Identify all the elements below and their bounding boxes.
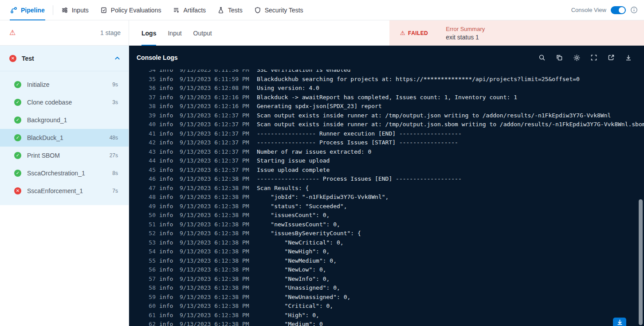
log-timestamp: 9/13/2023 6:12:38 PM [180, 283, 251, 293]
tab-artifacts[interactable]: Artifacts [167, 0, 212, 20]
log-timestamp: 9/13/2023 6:12:37 PM [180, 111, 251, 120]
log-message: "issuesBySeverityCount": { [257, 229, 361, 238]
stage-status-icon [9, 55, 16, 62]
console: Console Logs [129, 46, 644, 326]
step-row[interactable]: Background_1 [0, 111, 129, 129]
log-level: info [159, 193, 173, 202]
tab-pipeline-label: Pipeline [21, 7, 45, 14]
scroll-to-bottom-button[interactable] [613, 318, 626, 326]
log-timestamp: 9/13/2023 6:12:38 PM [180, 265, 251, 275]
log-line: 45 info 9/13/2023 6:12:37 PM Issue uploa… [147, 166, 644, 175]
log-line: 43 info 9/13/2023 6:12:37 PM Number of r… [147, 147, 644, 157]
log-line: 40 info 9/13/2023 6:12:37 PM Scan output… [147, 120, 644, 129]
tab-policy-evaluations[interactable]: Policy Evaluations [94, 0, 167, 20]
step-name: Initialize [27, 81, 50, 88]
log-line: 53 info 9/13/2023 6:12:38 PM "NewCritica… [147, 238, 644, 248]
log-line-number: 47 [147, 184, 156, 193]
fullscreen-icon[interactable] [590, 54, 598, 62]
step-row[interactable]: SscaEnforcement_1 7s [0, 182, 129, 200]
log-timestamp: 9/13/2023 6:12:37 PM [180, 120, 251, 129]
log-timestamp: 9/13/2023 6:12:38 PM [180, 184, 251, 193]
step-name: SscaEnforcement_1 [27, 187, 83, 194]
download-icon[interactable] [624, 54, 632, 62]
log-line: 48 info 9/13/2023 6:12:38 PM "jobId": "-… [147, 193, 644, 202]
log-line: 51 info 9/13/2023 6:12:38 PM "newIssuesC… [147, 220, 644, 229]
tab-security-tests-label: Security Tests [265, 7, 303, 14]
log-line-number: 61 [147, 311, 156, 320]
console-view-toggle[interactable] [611, 6, 626, 14]
log-timestamp: 9/13/2023 6:12:38 PM [180, 320, 251, 326]
top-nav: Pipeline Inputs Policy Evaluations Artif… [0, 0, 644, 20]
log-line-number: 54 [147, 247, 156, 256]
step-status-icon [14, 99, 21, 106]
tab-pipeline[interactable]: Pipeline [4, 0, 51, 20]
log-level: info [159, 238, 173, 248]
tab-inputs[interactable]: Inputs [55, 0, 94, 20]
tab-output[interactable]: Output [193, 20, 212, 46]
console-scrollbar[interactable] [639, 199, 643, 325]
log-line: 37 info 9/13/2023 6:12:16 PM Blackduck -… [147, 93, 644, 102]
log-message: Scan output exists inside runner at: /tm… [257, 111, 611, 120]
log-timestamp: 9/13/2023 6:12:38 PM [180, 247, 251, 256]
search-icon[interactable] [538, 54, 546, 62]
step-duration: 48s [110, 135, 118, 141]
error-summary-message: exit status 1 [446, 34, 485, 41]
log-timestamp: 9/13/2023 6:12:37 PM [180, 138, 251, 147]
log-level: info [159, 111, 173, 120]
copy-icon[interactable] [555, 54, 563, 62]
log-timestamp: 9/13/2023 6:12:38 PM [180, 311, 251, 320]
log-message: Blackduckhub searching for projects at: … [257, 75, 580, 84]
console-log-viewport[interactable]: 34 info 9/13/2023 6:11:58 PM SSL verific… [129, 70, 644, 326]
log-timestamp: 9/13/2023 6:12:37 PM [180, 156, 251, 166]
log-level: info [159, 275, 173, 284]
log-timestamp: 9/13/2023 6:12:38 PM [180, 175, 251, 184]
pipeline-icon [10, 7, 17, 14]
tab-logs[interactable]: Logs [141, 20, 156, 46]
tab-tests[interactable]: Tests [212, 0, 248, 20]
step-row[interactable]: SscaOrchestration_1 8s [0, 164, 129, 182]
chevron-up-icon[interactable] [114, 55, 121, 62]
stage-header-test[interactable]: Test [0, 46, 129, 71]
log-level: info [159, 265, 173, 275]
log-message: ------------------ Process Issues [END] … [257, 175, 462, 184]
step-status-icon [14, 170, 21, 177]
log-message: "NewHigh": 0, [257, 247, 330, 256]
execution-sidebar: ⚠ 1 stage Test Initialize 9s [0, 20, 129, 326]
step-row[interactable]: BlackDuck_1 48s [0, 129, 129, 147]
log-line: 46 info 9/13/2023 6:12:38 PM -----------… [147, 175, 644, 184]
log-line: 39 info 9/13/2023 6:12:37 PM Scan output… [147, 111, 644, 120]
stage-count: 1 stage [100, 29, 121, 36]
log-timestamp: 9/13/2023 6:12:16 PM [180, 93, 251, 102]
log-line: 49 info 9/13/2023 6:12:38 PM "status": "… [147, 202, 644, 211]
console-view-label: Console View [571, 7, 606, 13]
failed-warning-icon: ⚠ [400, 30, 405, 36]
log-line: 56 info 9/13/2023 6:12:38 PM "NewLow": 0… [147, 265, 644, 275]
info-icon[interactable] [630, 6, 638, 14]
log-timestamp: 9/13/2023 6:12:38 PM [180, 211, 251, 220]
stage-name: Test [22, 55, 34, 62]
log-line-number: 44 [147, 156, 156, 166]
step-row[interactable]: Clone codebase 3s [0, 93, 129, 111]
log-level: info [159, 184, 173, 193]
log-line-number: 39 [147, 111, 156, 120]
step-name: BlackDuck_1 [27, 134, 63, 141]
open-in-new-icon[interactable] [607, 54, 615, 62]
step-row[interactable]: Print SBOM 27s [0, 147, 129, 164]
failed-badge-label: FAILED [408, 30, 428, 36]
log-line-number: 42 [147, 138, 156, 147]
step-duration: 8s [112, 170, 118, 176]
log-line-number: 51 [147, 220, 156, 229]
console-title: Console Logs [137, 54, 178, 61]
log-line-number: 62 [147, 320, 156, 326]
step-status-icon [14, 152, 21, 159]
log-level: info [159, 156, 173, 166]
step-status-icon [14, 116, 21, 124]
tab-input[interactable]: Input [168, 20, 181, 46]
tab-inputs-label: Inputs [72, 7, 89, 14]
nav-divider [53, 5, 53, 15]
log-level: info [159, 75, 173, 84]
tab-security-tests[interactable]: Security Tests [248, 0, 309, 20]
failed-badge: ⚠ FAILED [400, 30, 428, 36]
settings-gear-icon[interactable] [573, 54, 581, 62]
step-row[interactable]: Initialize 9s [0, 76, 129, 93]
